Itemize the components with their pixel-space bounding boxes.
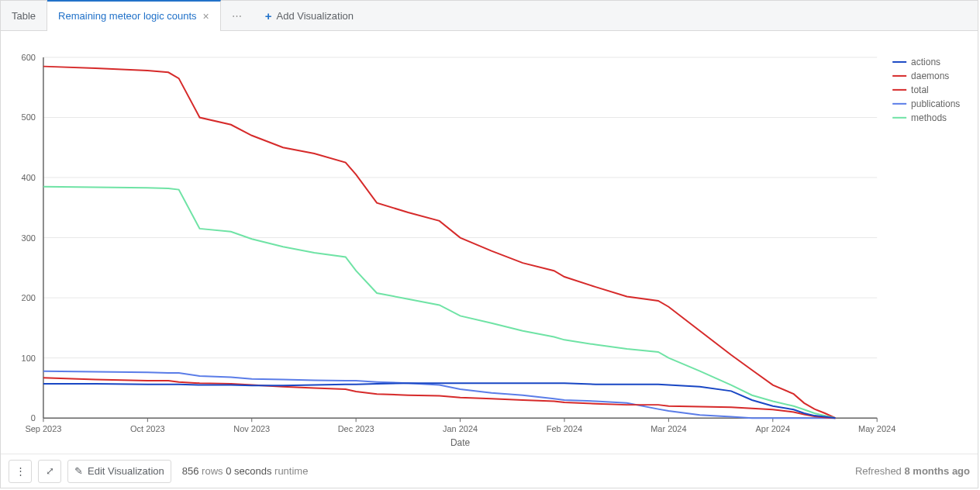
svg-text:Apr 2024: Apr 2024 xyxy=(756,424,791,433)
row-count: 856 xyxy=(182,465,199,477)
tab-remaining-meteor[interactable]: Remaining meteor logic counts × xyxy=(47,0,221,31)
status-text: 856 rows 0 seconds runtime xyxy=(182,465,309,477)
legend-item-total[interactable]: total xyxy=(892,85,929,95)
svg-text:Feb 2024: Feb 2024 xyxy=(547,424,582,433)
expand-icon: ⤢ xyxy=(46,465,54,477)
svg-text:May 2024: May 2024 xyxy=(858,424,895,433)
svg-text:publications: publications xyxy=(911,98,960,109)
expand-button[interactable]: ⤢ xyxy=(38,460,61,483)
tab-table[interactable]: Table xyxy=(1,1,47,30)
series-actions[interactable] xyxy=(43,383,836,418)
line-chart[interactable]: 0100200300400500600 Sep 2023Oct 2023Nov … xyxy=(1,31,978,454)
svg-text:total: total xyxy=(911,85,929,95)
series-total[interactable] xyxy=(43,67,836,419)
close-icon[interactable]: × xyxy=(203,10,209,22)
svg-text:600: 600 xyxy=(22,53,36,62)
plus-icon: + xyxy=(265,9,272,22)
add-visualization-label: Add Visualization xyxy=(277,10,354,22)
svg-text:300: 300 xyxy=(22,233,36,243)
refreshed-value: 8 months ago xyxy=(904,465,970,477)
refreshed-text: Refreshed 8 months ago xyxy=(855,465,970,477)
svg-text:actions: actions xyxy=(911,57,940,67)
legend-item-daemons[interactable]: daemons xyxy=(892,71,949,81)
add-visualization-button[interactable]: + Add Visualization xyxy=(254,9,364,22)
svg-text:400: 400 xyxy=(22,173,36,182)
edit-icon: ✎ xyxy=(74,465,83,477)
runtime-value: 0 seconds xyxy=(226,465,271,477)
kebab-icon: ⋮ xyxy=(16,465,26,477)
svg-text:0: 0 xyxy=(31,413,36,423)
svg-text:Sep 2023: Sep 2023 xyxy=(25,424,61,433)
tab-active-label: Remaining meteor logic counts xyxy=(58,10,196,22)
svg-text:Date: Date xyxy=(450,437,471,448)
tab-overflow-menu[interactable]: ⋯ xyxy=(221,10,254,22)
svg-text:200: 200 xyxy=(22,293,36,302)
legend-item-actions[interactable]: actions xyxy=(892,57,940,67)
svg-text:500: 500 xyxy=(22,112,36,122)
edit-visualization-button[interactable]: ✎ Edit Visualization xyxy=(67,460,171,483)
svg-text:methods: methods xyxy=(911,112,947,123)
legend-item-methods[interactable]: methods xyxy=(892,112,947,123)
chart-area: 0100200300400500600 Sep 2023Oct 2023Nov … xyxy=(1,31,978,454)
svg-text:daemons: daemons xyxy=(911,71,949,81)
kebab-menu-button[interactable]: ⋮ xyxy=(9,460,32,483)
legend-item-publications[interactable]: publications xyxy=(892,98,960,109)
svg-text:Nov 2023: Nov 2023 xyxy=(233,424,270,433)
svg-text:Dec 2023: Dec 2023 xyxy=(338,424,374,433)
tab-table-label: Table xyxy=(12,10,36,22)
svg-text:100: 100 xyxy=(22,354,36,363)
svg-text:Oct 2023: Oct 2023 xyxy=(130,424,165,433)
svg-text:Jan 2024: Jan 2024 xyxy=(443,424,478,433)
svg-text:Mar 2024: Mar 2024 xyxy=(650,424,686,433)
edit-visualization-label: Edit Visualization xyxy=(88,465,164,477)
